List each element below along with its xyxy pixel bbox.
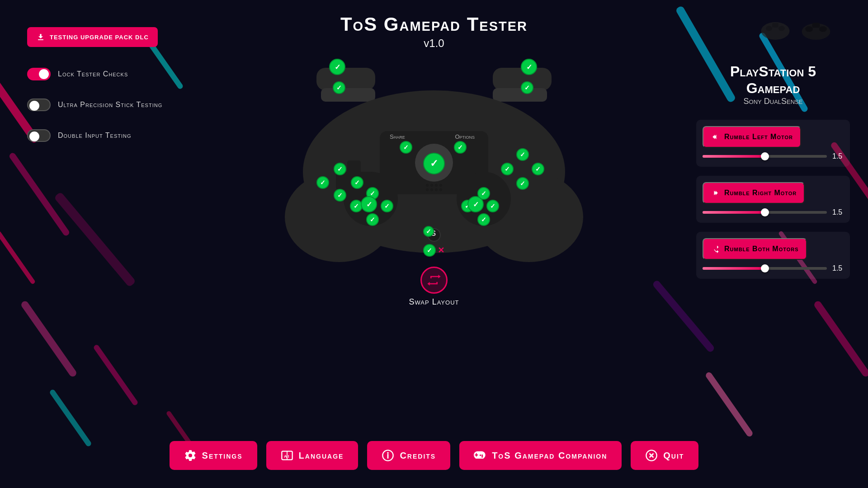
language-button[interactable]: AI Language (266, 441, 359, 470)
touchbar-row: ✓ ✕ (423, 244, 444, 257)
rs-center-indicator[interactable]: ✓ (467, 196, 484, 212)
svg-point-2 (778, 26, 785, 31)
svg-rect-11 (493, 88, 547, 102)
svg-rect-8 (316, 68, 375, 90)
rumble-right-slider[interactable] (703, 211, 827, 214)
double-input-row: Double Input Testing (27, 129, 162, 142)
rumble-left-fill (703, 155, 765, 158)
rumble-both-thumb[interactable] (761, 264, 769, 272)
info-icon (382, 449, 394, 462)
rumble-left-slider-row: 1.5 (703, 152, 844, 160)
rumble-left-button[interactable]: Rumble Left Motor (703, 126, 801, 148)
svg-point-25 (435, 188, 438, 191)
upgrade-label: Testing Upgrade Pack DLC (50, 34, 149, 41)
console-info: PlayStation 5 Gamepad Sony DualSense (696, 63, 850, 106)
rumble-both-section: Rumble Both Motors 1.5 (696, 232, 850, 279)
companion-label: ToS Gamepad Companion (492, 450, 607, 461)
rumble-right-slider-row: 1.5 (703, 208, 844, 216)
controller-wrapper: ✓ ✓ ✓ ✓ ✓ Share ✓ Options ✓ ✓ ✓ ✓ ✓ ✓ ✓ (280, 45, 588, 262)
dpad-right-indicator[interactable]: ✓ (351, 176, 363, 189)
rumble-both-slider-row: 1.5 (703, 264, 844, 272)
controller-icons-area (760, 18, 832, 41)
l2-trigger-indicator[interactable]: ✓ (329, 59, 345, 75)
r2-trigger-indicator[interactable]: ✓ (521, 59, 537, 75)
rumble-both-slider[interactable] (703, 267, 827, 270)
credits-button[interactable]: Credits (367, 441, 450, 470)
ps-button-indicator[interactable]: ✓ (423, 226, 434, 237)
l1-bumper-indicator[interactable]: ✓ (333, 81, 345, 94)
circle-indicator[interactable]: ✓ (532, 163, 544, 175)
controller-area: ✓ ✓ ✓ ✓ ✓ Share ✓ Options ✓ ✓ ✓ ✓ ✓ ✓ ✓ (280, 45, 588, 307)
touchpad-indicator[interactable]: ✓ (423, 153, 445, 174)
toggle-knob-3 (29, 131, 39, 141)
svg-point-37 (387, 452, 389, 454)
swap-icon (427, 273, 441, 287)
svg-point-6 (819, 26, 827, 32)
bottom-bar: Settings AI Language Credits ToS Gamepad… (0, 441, 868, 470)
cross-indicator[interactable]: ✓ (516, 177, 529, 190)
close-icon (645, 449, 658, 462)
touchbar-indicator[interactable]: ✓ (423, 244, 436, 257)
app-container: ToS Gamepad Tester v1.0 Testing Upgrade … (0, 0, 868, 488)
companion-button[interactable]: ToS Gamepad Companion (459, 441, 622, 470)
settings-button[interactable]: Settings (170, 441, 257, 470)
share-button-indicator[interactable]: ✓ (400, 141, 412, 154)
dpad-down-indicator[interactable]: ✓ (334, 189, 346, 202)
rumble-left-slider[interactable] (703, 155, 827, 158)
swap-layout-button[interactable] (420, 267, 448, 294)
credits-label: Credits (400, 450, 436, 461)
double-input-label: Double Input Testing (58, 131, 132, 140)
ps-controller-icon (800, 18, 832, 41)
console-name-title: PlayStation 5 Gamepad (696, 63, 850, 97)
rumble-both-value: 1.5 (832, 264, 844, 272)
upgrade-button[interactable]: Testing Upgrade Pack DLC (27, 27, 158, 47)
svg-point-24 (430, 188, 433, 191)
settings-label: Settings (202, 450, 243, 461)
r1-bumper-indicator[interactable]: ✓ (521, 81, 533, 94)
dpad-up-indicator[interactable]: ✓ (334, 163, 346, 175)
rumble-right-button[interactable]: Rumble Right Motor (703, 182, 805, 204)
ls-right-indicator[interactable]: ✓ (381, 200, 393, 212)
ls-bottom-indicator[interactable]: ✓ (366, 213, 379, 226)
chevron-left-icon (711, 132, 720, 141)
triangle-indicator[interactable]: ✓ (516, 148, 529, 161)
rumble-both-fill (703, 267, 765, 270)
ls-center-indicator[interactable]: ✓ (361, 196, 377, 212)
square-indicator[interactable]: ✓ (501, 163, 514, 175)
console-brand: Sony DualSense (696, 97, 850, 106)
settings-icon (184, 449, 197, 462)
rumble-both-label: Rumble Both Motors (724, 245, 799, 253)
svg-rect-10 (321, 88, 375, 102)
rs-bottom-indicator[interactable]: ✓ (477, 213, 490, 226)
rumble-left-thumb[interactable] (761, 152, 769, 160)
svg-point-20 (430, 184, 433, 187)
rumble-both-button[interactable]: Rumble Both Motors (703, 238, 807, 260)
language-label: Language (299, 450, 344, 461)
double-input-toggle[interactable] (27, 129, 51, 142)
rs-right-indicator[interactable]: ✓ (486, 200, 499, 212)
lock-tester-toggle[interactable] (27, 68, 51, 80)
swap-layout-area[interactable]: Swap Layout (409, 267, 459, 307)
share-label: Share (390, 133, 405, 140)
top-bar: Testing Upgrade Pack DLC (27, 27, 158, 47)
rumble-right-thumb[interactable] (761, 208, 769, 216)
ultra-precision-row: Ultra Precision Stick Testing (27, 99, 162, 111)
rumble-right-label: Rumble Right Motor (724, 189, 797, 197)
chevron-right-icon (711, 188, 720, 197)
xbox-controller-icon (760, 18, 791, 41)
svg-point-26 (439, 188, 442, 191)
toggle-knob (39, 69, 49, 79)
language-icon: AI (281, 449, 293, 462)
ultra-precision-label: Ultra Precision Stick Testing (58, 101, 162, 109)
lock-tester-row: Lock Tester Checks (27, 68, 162, 80)
rumble-right-value: 1.5 (832, 208, 844, 216)
svg-point-1 (766, 26, 772, 31)
merge-icon (711, 244, 720, 253)
dpad-left-indicator[interactable]: ✓ (316, 176, 329, 189)
ultra-precision-toggle[interactable] (27, 99, 51, 111)
right-panel: PlayStation 5 Gamepad Sony DualSense Rum… (696, 63, 850, 283)
swap-layout-label: Swap Layout (409, 297, 459, 307)
lock-tester-label: Lock Tester Checks (58, 70, 128, 78)
quit-button[interactable]: Quit (631, 441, 698, 470)
options-button-indicator[interactable]: ✓ (454, 141, 467, 154)
